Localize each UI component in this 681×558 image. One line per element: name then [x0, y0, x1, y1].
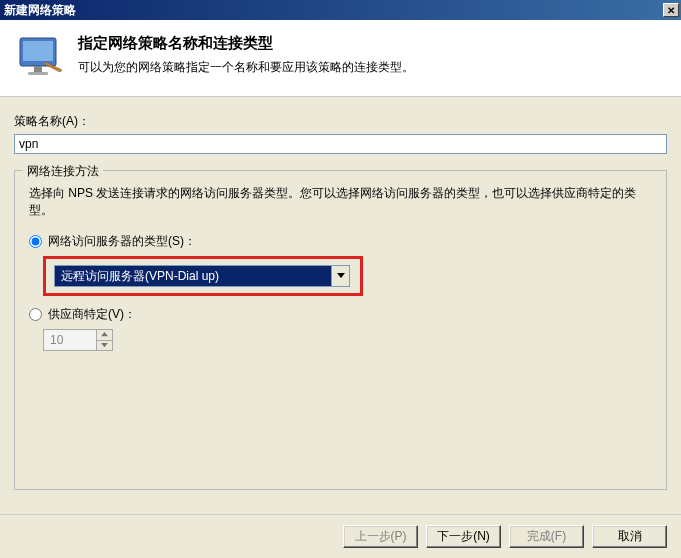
spinner-down-button[interactable]: [97, 341, 112, 351]
cancel-button[interactable]: 取消: [592, 525, 667, 548]
content-area: 策略名称(A)： 网络连接方法 选择向 NPS 发送连接请求的网络访问服务器类型…: [0, 97, 681, 514]
title-bar: 新建网络策略 ✕: [0, 0, 681, 20]
policy-name-label: 策略名称(A)：: [14, 113, 667, 130]
vendor-value-input: [44, 330, 96, 350]
vendor-spinner-row: [43, 329, 652, 351]
server-type-combo[interactable]: 远程访问服务器(VPN-Dial up): [54, 265, 350, 287]
group-description: 选择向 NPS 发送连接请求的网络访问服务器类型。您可以选择网络访问服务器的类型…: [29, 185, 652, 219]
spinner-up-button[interactable]: [97, 330, 112, 341]
chevron-up-icon: [101, 332, 108, 337]
svg-rect-1: [23, 41, 53, 61]
radio-vendor-specific[interactable]: [29, 308, 42, 321]
combo-dropdown-button[interactable]: [331, 266, 349, 286]
close-button[interactable]: ✕: [663, 3, 679, 17]
page-subtitle: 可以为您的网络策略指定一个名称和要应用该策略的连接类型。: [78, 59, 414, 76]
header-text: 指定网络策略名称和连接类型 可以为您的网络策略指定一个名称和要应用该策略的连接类…: [78, 32, 414, 80]
server-type-value: 远程访问服务器(VPN-Dial up): [55, 266, 331, 286]
radio-vendor-row[interactable]: 供应商特定(V)：: [29, 306, 652, 323]
policy-name-input[interactable]: [14, 134, 667, 154]
header-section: 指定网络策略名称和连接类型 可以为您的网络策略指定一个名称和要应用该策略的连接类…: [0, 20, 681, 97]
footer-buttons: 上一步(P) 下一步(N) 完成(F) 取消: [0, 514, 681, 558]
page-title: 指定网络策略名称和连接类型: [78, 34, 414, 53]
svg-rect-3: [28, 72, 48, 75]
radio-server-type[interactable]: [29, 235, 42, 248]
svg-rect-2: [34, 66, 42, 72]
window-title: 新建网络策略: [4, 2, 76, 19]
radio-server-type-label: 网络访问服务器的类型(S)：: [48, 233, 196, 250]
finish-button: 完成(F): [509, 525, 584, 548]
dialog-body: 指定网络策略名称和连接类型 可以为您的网络策略指定一个名称和要应用该策略的连接类…: [0, 20, 681, 558]
chevron-down-icon: [101, 343, 108, 348]
close-icon: ✕: [667, 5, 675, 16]
next-button[interactable]: 下一步(N): [426, 525, 501, 548]
chevron-down-icon: [337, 273, 345, 279]
radio-server-type-row[interactable]: 网络访问服务器的类型(S)：: [29, 233, 652, 250]
group-title: 网络连接方法: [23, 163, 103, 180]
radio-vendor-label: 供应商特定(V)：: [48, 306, 136, 323]
spinner-buttons: [96, 330, 112, 350]
back-button: 上一步(P): [343, 525, 418, 548]
vendor-spinner: [43, 329, 113, 351]
monitor-icon: [16, 32, 64, 80]
connection-method-group: 网络连接方法 选择向 NPS 发送连接请求的网络访问服务器类型。您可以选择网络访…: [14, 170, 667, 490]
highlight-box: 远程访问服务器(VPN-Dial up): [43, 256, 363, 296]
